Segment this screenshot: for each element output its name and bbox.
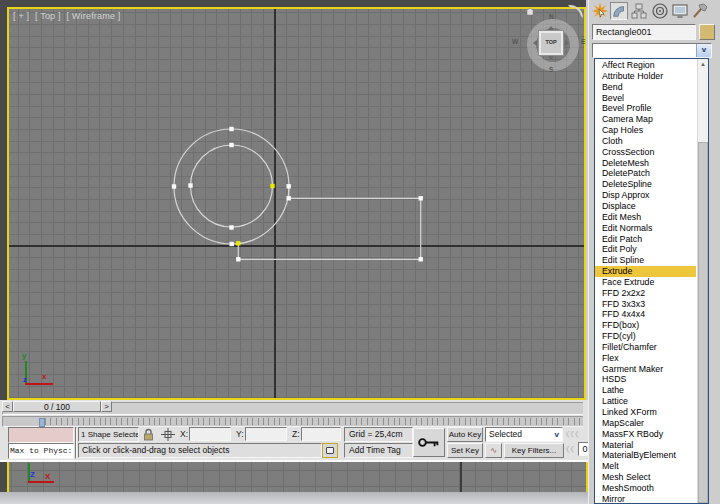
modifier-item[interactable]: Cloth: [595, 136, 696, 147]
modifier-item[interactable]: Material: [595, 440, 696, 451]
modifier-item[interactable]: DeleteMesh: [595, 158, 696, 169]
status-bar: < 0 / 100 > Max to Physc: 1 Shape Select…: [0, 400, 588, 462]
y-label: Y:: [236, 429, 244, 439]
z-label: Z:: [292, 429, 300, 439]
key-filters-button[interactable]: Key Filters...: [504, 443, 564, 458]
modifier-item[interactable]: Lathe: [595, 385, 696, 396]
modifier-item[interactable]: FFD 3x3x3: [595, 299, 696, 310]
modifier-item[interactable]: Flex: [595, 353, 696, 364]
set-key-button[interactable]: Set Key: [447, 443, 483, 458]
x-label: X:: [180, 429, 188, 439]
listener-divider: [75, 427, 77, 459]
viewport-top[interactable]: [ + ] [ Top ] [ Wireframe ] N E S W TOP …: [7, 7, 586, 400]
previous-frame-icon[interactable]: ❮❮: [565, 445, 574, 453]
scrollbar-thumb[interactable]: [698, 142, 708, 503]
modifier-item[interactable]: FFD 4x4x4: [595, 309, 696, 320]
selection-status: 1 Shape Selected: [78, 427, 139, 442]
modifier-item[interactable]: Linked XForm: [595, 407, 696, 418]
modifier-item[interactable]: Disp Approx: [595, 190, 696, 201]
modifier-item[interactable]: MaterialByElement: [595, 450, 696, 461]
bottom-viewport-strip: Z X: [7, 462, 588, 492]
modifier-item[interactable]: Face Extrude: [595, 277, 696, 288]
time-slider-prev-button[interactable]: <: [2, 401, 13, 412]
tab-modify[interactable]: [610, 2, 628, 20]
tab-utilities[interactable]: [691, 2, 709, 20]
modifier-item[interactable]: DeletePatch: [595, 168, 696, 179]
set-keys-button[interactable]: [413, 428, 445, 457]
modifier-item[interactable]: FFD(cyl): [595, 331, 696, 342]
z-coordinate-field[interactable]: [301, 427, 341, 441]
maxscript-listener-pane[interactable]: Max to Physc:: [8, 443, 74, 459]
modifier-item[interactable]: Edit Mesh: [595, 212, 696, 223]
time-slider-handle[interactable]: 0 / 100: [13, 401, 101, 412]
macro-recorder-pane[interactable]: [8, 427, 74, 443]
3dsmax-window: [ + ] [ Top ] [ Wireframe ] N E S W TOP …: [0, 0, 720, 504]
modifier-item[interactable]: FFD(box): [595, 320, 696, 331]
modifier-item[interactable]: Attribute Holder: [595, 71, 696, 82]
tab-motion[interactable]: [651, 2, 669, 20]
modifier-item[interactable]: Extrude: [595, 266, 696, 277]
modifier-item[interactable]: Garment Maker: [595, 364, 696, 375]
modifier-list-scrollbar[interactable]: ▲: [697, 59, 708, 503]
modifier-item[interactable]: Edit Poly: [595, 244, 696, 255]
key-tangents-icon[interactable]: ∿: [485, 443, 502, 458]
modifier-list-combo[interactable]: v: [592, 43, 712, 58]
track-bar-frame-marker[interactable]: [39, 418, 45, 427]
prompt-line: Click or click-and-drag to select object…: [78, 443, 322, 458]
modifier-item[interactable]: Melt: [595, 461, 696, 472]
absolute-mode-icon[interactable]: [161, 428, 175, 441]
modifier-item[interactable]: Affect Region: [595, 60, 696, 71]
x-coordinate-field[interactable]: [189, 427, 231, 441]
add-time-tag[interactable]: Add Time Tag: [344, 443, 413, 458]
object-color-swatch[interactable]: [699, 24, 715, 40]
time-slider-next-button[interactable]: >: [101, 401, 112, 412]
modifier-item[interactable]: CrossSection: [595, 147, 696, 158]
modifier-item[interactable]: DeleteSpline: [595, 179, 696, 190]
bottom-grid: [9, 462, 586, 492]
track-bar[interactable]: [2, 416, 583, 427]
modifier-item[interactable]: Mirror: [595, 494, 696, 504]
bottom-tripod-z-label: Z: [30, 470, 35, 479]
go-to-start-icon[interactable]: ❮❮❮: [565, 430, 578, 438]
scroll-up-icon[interactable]: ▲: [698, 59, 708, 70]
object-name-field[interactable]: Rectangle001: [592, 24, 696, 40]
window-bottom-edge: [0, 492, 588, 504]
selection-lock-icon[interactable]: [142, 428, 155, 441]
modifier-item[interactable]: Camera Map: [595, 114, 696, 125]
modifier-dropdown-list[interactable]: Affect RegionAttribute HolderBendBevelBe…: [594, 58, 709, 504]
track-bar-ticks: [45, 418, 581, 425]
modifier-item[interactable]: FFD 2x2x2: [595, 288, 696, 299]
auto-key-button[interactable]: Auto Key: [447, 427, 483, 442]
modifier-item[interactable]: Displace: [595, 201, 696, 212]
modifier-item[interactable]: Lattice: [595, 396, 696, 407]
chevron-down-icon[interactable]: v: [696, 44, 711, 57]
modifier-item[interactable]: Fillet/Chamfer: [595, 342, 696, 353]
tab-create[interactable]: [591, 2, 609, 20]
modifier-item[interactable]: MeshSmooth: [595, 483, 696, 494]
selection-set-dropdown[interactable]: Selected v: [485, 427, 563, 442]
modifier-item[interactable]: Bevel Profile: [595, 103, 696, 114]
modifier-item[interactable]: Edit Patch: [595, 234, 696, 245]
modifier-item[interactable]: Edit Normals: [595, 223, 696, 234]
grid-size-display: Grid = 25,4cm: [344, 427, 413, 442]
y-coordinate-field[interactable]: [245, 427, 287, 441]
modifier-item[interactable]: Bevel: [595, 93, 696, 104]
spline-shape[interactable]: [9, 9, 584, 398]
chevron-down-icon: v: [555, 428, 559, 441]
modifier-item[interactable]: MapScaler: [595, 418, 696, 429]
modifier-item[interactable]: Cap Holes: [595, 125, 696, 136]
tab-display[interactable]: [671, 2, 689, 20]
modifier-item[interactable]: Edit Spline: [595, 255, 696, 266]
modifier-item[interactable]: MassFX RBody: [595, 429, 696, 440]
modifier-item[interactable]: Mesh Select: [595, 472, 696, 483]
modifier-item[interactable]: Bend: [595, 82, 696, 93]
isolate-selection-toggle[interactable]: [322, 443, 338, 458]
modifier-item[interactable]: HSDS: [595, 374, 696, 385]
bottom-tripod-x-axis: [28, 481, 54, 483]
bottom-tripod-x-label: X: [45, 472, 50, 481]
tab-hierarchy[interactable]: [630, 2, 648, 20]
